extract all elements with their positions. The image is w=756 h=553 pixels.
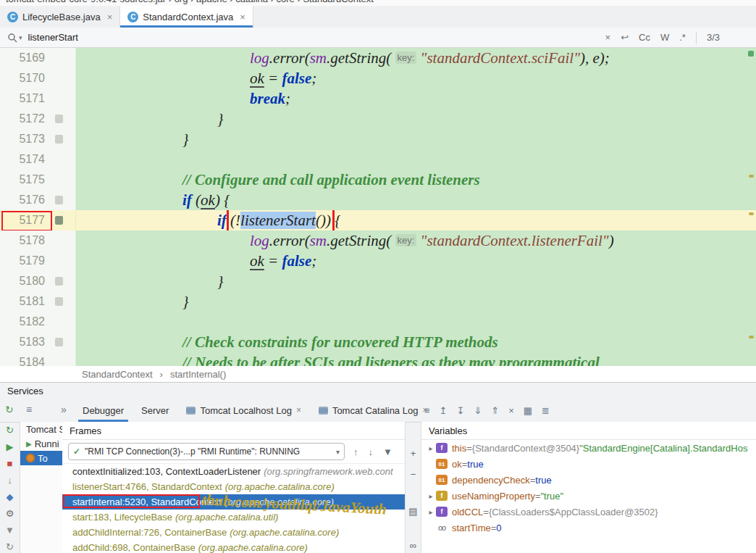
frame-row[interactable]: addChildInternal:726, ContainerBase(org.… xyxy=(62,525,405,540)
line-number: 5170 xyxy=(0,68,45,88)
copy-value-icon[interactable]: ▤ xyxy=(408,506,417,517)
frame-row[interactable]: start:183, LifecycleBase(org.apache.cata… xyxy=(62,510,405,525)
hide-toolbar-icon[interactable]: ≡ xyxy=(26,404,32,415)
tab-close-icon[interactable]: × xyxy=(240,12,245,22)
rail-icons: ↻▶■↓◆⚙▼↻ xyxy=(0,422,20,553)
java-class-icon: C xyxy=(127,12,138,22)
step-icon[interactable]: ↓ xyxy=(7,475,12,486)
variable-row[interactable]: oostartTime = 0 xyxy=(421,520,756,536)
code-line[interactable]: 5180} xyxy=(0,271,756,291)
gutter-marker[interactable] xyxy=(55,196,63,204)
tree-node-runni[interactable]: ▶Runni xyxy=(20,436,62,451)
more-tabs-icon[interactable]: » xyxy=(61,404,67,415)
variable-row[interactable]: ▸fthis = {StandardContext@3504} "Standar… xyxy=(421,440,756,456)
debug-tab-debugger[interactable]: Debugger xyxy=(74,399,133,422)
run-icon[interactable]: ▶ xyxy=(7,442,14,452)
filter-frames-icon[interactable]: ▼ xyxy=(383,446,392,457)
tree-node-to[interactable]: To xyxy=(20,451,62,465)
remove-watch-icon[interactable]: − xyxy=(411,469,416,480)
code-line[interactable]: 5179ok = false; xyxy=(0,251,756,271)
frame-down-icon[interactable]: ↓ xyxy=(369,446,374,457)
menu-icon[interactable]: ≡ xyxy=(424,405,430,416)
gutter-marker[interactable] xyxy=(55,115,63,123)
frame-row[interactable]: contextInitialized:103, ContextLoaderLis… xyxy=(62,464,405,479)
restore-layout-icon[interactable]: ↥ xyxy=(440,405,448,416)
editor-tab-standardcontext-java[interactable]: CStandardContext.java× xyxy=(120,6,253,28)
expand-chevron-icon[interactable]: ▸ xyxy=(426,492,436,500)
divider xyxy=(696,32,697,43)
code-text: } xyxy=(76,129,756,149)
gutter-marker[interactable] xyxy=(55,297,63,306)
show-watches-icon[interactable]: ∞ xyxy=(410,540,416,551)
chevron-down-icon[interactable]: ▾ xyxy=(336,448,340,456)
wrench-icon[interactable]: ⚙ xyxy=(6,509,14,519)
frame-row[interactable]: listenerStart:4766, StandardContext(org.… xyxy=(62,479,405,494)
search-newline-icon[interactable]: ↩ xyxy=(621,32,629,43)
clear-log-icon[interactable]: × xyxy=(508,405,514,416)
code-line[interactable]: 5173} xyxy=(0,129,756,149)
code-line[interactable]: 5169log.error(sm.getString( key: "standa… xyxy=(0,48,756,68)
frame-row[interactable]: addChild:698, ContainerBase(org.apache.c… xyxy=(62,540,405,553)
filter-icon[interactable]: ▼ xyxy=(5,525,14,536)
debug-tab-tomcat-localhost-log[interactable]: Tomcat Localhost Log× xyxy=(177,399,309,422)
code-line[interactable]: 5170ok = false; xyxy=(0,68,756,88)
list-view-icon[interactable]: ≣ xyxy=(542,405,550,416)
whole-words-toggle[interactable]: W xyxy=(660,32,669,43)
upload-icon[interactable]: ⇑ xyxy=(491,405,499,416)
gutter-marker[interactable] xyxy=(55,338,63,346)
code-line[interactable]: 5174 xyxy=(0,149,756,170)
breadcrumb-class[interactable]: StandardContext xyxy=(82,369,153,380)
gutter-cell: 5181 xyxy=(0,291,76,312)
expand-chevron-icon[interactable]: ▸ xyxy=(426,444,436,452)
regex-toggle[interactable]: .* xyxy=(679,32,686,43)
gutter-marker[interactable] xyxy=(55,135,63,144)
search-input[interactable]: listenerStart xyxy=(28,32,78,43)
variable-name: oldCCL xyxy=(452,507,483,517)
gem-icon[interactable]: ◆ xyxy=(7,492,14,502)
add-watch-icon[interactable]: + xyxy=(411,448,416,459)
refresh-icon[interactable]: ↻ xyxy=(6,542,14,552)
code-line[interactable]: 5182 xyxy=(0,312,756,332)
debug-tab-tomcat-catalina-log[interactable]: Tomcat Catalina Log× xyxy=(310,399,437,422)
code-line[interactable]: 5181} xyxy=(0,291,756,312)
editor-tab-lifecyclebase-java[interactable]: CLifecycleBase.java× xyxy=(0,6,120,28)
stop-icon[interactable]: ■ xyxy=(7,459,13,469)
frame-up-icon[interactable]: ↑ xyxy=(353,446,358,457)
gutter-cell: 5180 xyxy=(0,271,76,291)
services-panel-header[interactable]: Services xyxy=(0,383,756,399)
match-case-toggle[interactable]: Cc xyxy=(639,32,650,43)
search-history-chevron-icon[interactable]: ▾ xyxy=(19,34,22,41)
grid-view-icon[interactable]: ▦ xyxy=(524,405,532,416)
download-log-icon[interactable]: ⇓ xyxy=(474,405,482,416)
code-text: ok = false; xyxy=(76,68,756,88)
variable-row[interactable]: ▸foldCCL = {ClassLoaders$AppClassLoader@… xyxy=(421,504,756,520)
variable-row[interactable]: 01dependencyCheck = true xyxy=(421,472,756,488)
search-icon[interactable] xyxy=(7,33,17,43)
tab-close-icon[interactable]: × xyxy=(107,12,113,22)
scroll-to-end-icon[interactable]: ↧ xyxy=(457,405,465,416)
rerun-services-icon[interactable]: ↻ xyxy=(5,404,14,415)
variable-row[interactable]: 01ok = true xyxy=(421,456,756,472)
code-line[interactable]: 5183// Check constraints for uncovered H… xyxy=(0,332,756,352)
code-line[interactable]: 5171break; xyxy=(0,88,756,109)
variable-row[interactable]: ▸fuseNamingProperty = "true" xyxy=(421,488,756,504)
frame-row[interactable]: startInternal:5230, StandardContext(org.… xyxy=(62,494,405,510)
gutter-marker[interactable] xyxy=(55,277,63,286)
code-line[interactable]: 5177if (!listenerStart()) { xyxy=(0,210,756,230)
debug-tab-server[interactable]: Server xyxy=(133,399,177,422)
search-clear-icon[interactable]: × xyxy=(605,32,611,43)
variable-value: {ClassLoaders$AppClassLoader@3502} xyxy=(489,507,658,517)
breadcrumb-method[interactable]: startInternal() xyxy=(170,369,226,380)
gutter-marker[interactable] xyxy=(55,216,63,225)
tree-node-tomcat-s[interactable]: Tomcat S xyxy=(20,422,62,436)
code-editor[interactable]: 5169log.error(sm.getString( key: "standa… xyxy=(0,48,756,366)
thread-selector[interactable]: ✓ "RMI TCP Connection(3)-...p "RMI Runti… xyxy=(68,443,345,460)
code-line[interactable]: 5172} xyxy=(0,109,756,129)
expand-chevron-icon[interactable]: ▸ xyxy=(426,508,436,516)
rerun-icon[interactable]: ↻ xyxy=(6,425,14,436)
code-line[interactable]: 5176if (ok) { xyxy=(0,190,756,210)
code-line[interactable]: 5175// Configure and call application ev… xyxy=(0,170,756,190)
tab-close-icon[interactable]: × xyxy=(296,405,301,415)
code-line[interactable]: 5184// Needs to be after SCIs and listen… xyxy=(0,352,756,366)
code-line[interactable]: 5178log.error(sm.getString( key: "standa… xyxy=(0,230,756,251)
